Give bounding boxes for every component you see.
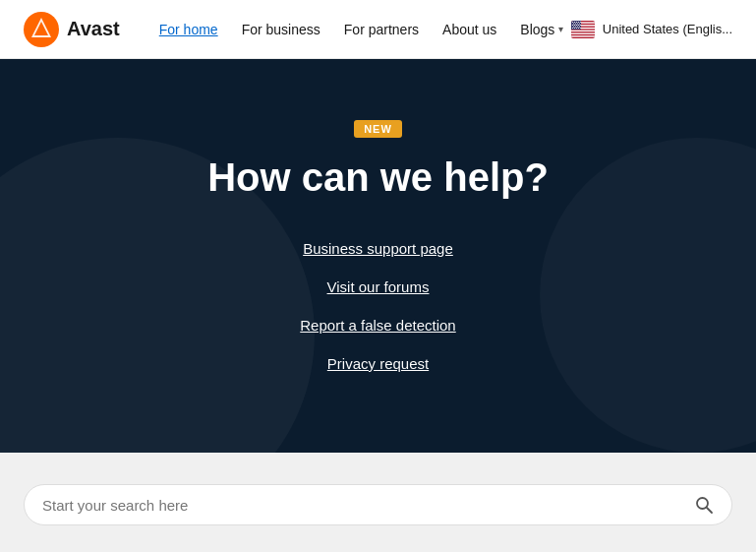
nav-for-home[interactable]: For home xyxy=(159,22,218,37)
svg-rect-7 xyxy=(571,35,595,36)
svg-point-21 xyxy=(578,24,579,25)
main-nav: For home For business For partners About… xyxy=(159,22,571,37)
nav-about-us[interactable]: About us xyxy=(442,22,496,37)
blogs-label: Blogs xyxy=(520,22,554,37)
locale-text: United States (Englis... xyxy=(603,22,732,36)
svg-point-14 xyxy=(573,23,574,24)
hero-link-privacy-request[interactable]: Privacy request xyxy=(327,355,429,372)
svg-point-29 xyxy=(576,27,577,28)
blogs-chevron-icon: ▾ xyxy=(558,24,563,34)
search-bar xyxy=(24,484,732,525)
svg-point-13 xyxy=(580,21,581,22)
svg-point-11 xyxy=(576,21,577,22)
svg-point-23 xyxy=(573,26,574,27)
svg-point-19 xyxy=(574,24,575,25)
hero-section: NEW How can we help? Business support pa… xyxy=(0,59,756,453)
flag-icon xyxy=(571,21,595,38)
hero-link-business-support[interactable]: Business support page xyxy=(303,240,453,257)
nav-blogs-dropdown[interactable]: Blogs ▾ xyxy=(520,22,563,37)
search-button[interactable] xyxy=(694,495,714,515)
svg-point-24 xyxy=(575,26,576,27)
svg-point-25 xyxy=(577,26,578,27)
hero-links-list: Business support page Visit our forums R… xyxy=(300,240,455,372)
hero-bg-circle-right xyxy=(540,138,756,453)
logo-text: Avast xyxy=(67,18,120,40)
svg-point-15 xyxy=(575,23,576,24)
svg-point-9 xyxy=(572,21,573,22)
svg-point-28 xyxy=(574,27,575,28)
svg-point-18 xyxy=(572,24,573,25)
hero-title: How can we help? xyxy=(207,153,549,201)
locale-selector[interactable]: United States (Englis... xyxy=(571,21,732,38)
logo[interactable]: Avast xyxy=(24,12,120,47)
svg-point-26 xyxy=(579,26,580,27)
svg-line-33 xyxy=(707,508,712,513)
hero-link-visit-forums[interactable]: Visit our forums xyxy=(327,278,430,295)
svg-rect-6 xyxy=(571,32,595,33)
avast-logo-icon xyxy=(24,12,59,47)
header: Avast For home For business For partners… xyxy=(0,0,756,59)
svg-rect-5 xyxy=(571,30,595,31)
search-section xyxy=(0,453,756,552)
svg-point-22 xyxy=(580,24,581,25)
svg-point-32 xyxy=(697,498,708,509)
svg-point-27 xyxy=(572,27,573,28)
svg-point-20 xyxy=(576,24,577,25)
svg-point-31 xyxy=(580,27,581,28)
svg-point-17 xyxy=(579,23,580,24)
hero-link-false-detection[interactable]: Report a false detection xyxy=(300,317,455,334)
search-icon xyxy=(694,495,714,515)
svg-point-12 xyxy=(578,21,579,22)
search-input[interactable] xyxy=(42,497,684,514)
svg-point-16 xyxy=(577,23,578,24)
nav-for-business[interactable]: For business xyxy=(242,22,320,37)
new-badge: NEW xyxy=(354,120,402,138)
svg-point-30 xyxy=(578,27,579,28)
nav-for-partners[interactable]: For partners xyxy=(344,22,419,37)
svg-point-10 xyxy=(574,21,575,22)
